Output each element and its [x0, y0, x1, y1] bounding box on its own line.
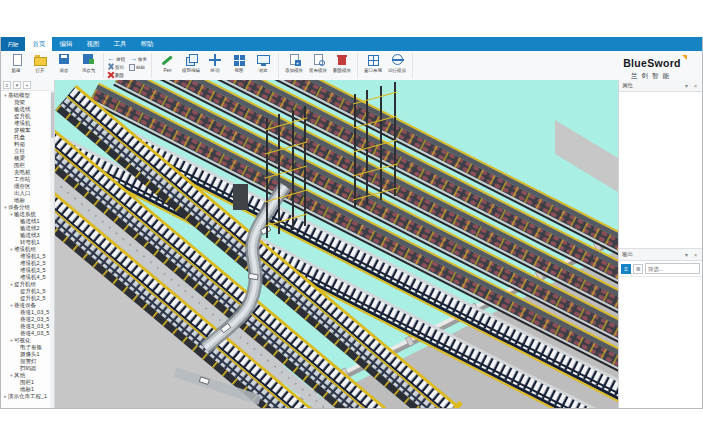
tree-item[interactable]: 堆垛机3_5 — [1, 267, 54, 274]
tree-item[interactable]: 提升机 — [1, 113, 54, 120]
tree-item[interactable]: ▾巷道设备 — [1, 302, 54, 309]
layout-icon — [367, 54, 380, 66]
trash-button[interactable]: 删除模块 — [330, 53, 354, 73]
tree-item[interactable]: 电子看板 — [1, 344, 54, 351]
bluesword-logo: BlueSword 兰剑智能 — [612, 53, 692, 81]
menu-tab-编辑[interactable]: 编辑 — [52, 37, 79, 51]
menu-tab-帮助[interactable]: 帮助 — [133, 37, 160, 51]
tree-item[interactable]: 堆垛机1_5 — [1, 253, 54, 260]
model-edit-icon — [185, 54, 198, 66]
tree-item-label: 托盘 — [14, 134, 25, 141]
tree-item[interactable]: 提升机1_5 — [1, 288, 54, 295]
tree-item[interactable]: 输送线1 — [1, 218, 54, 225]
menu-tab-首页[interactable]: 首页 — [25, 37, 52, 51]
button-label: 运行模拟 — [388, 67, 406, 72]
publish-module-button[interactable]: 发布模块 — [306, 53, 330, 73]
panel-dropdown-icon[interactable]: ▾ — [683, 251, 690, 258]
button-label: 删除模块 — [333, 67, 351, 72]
tree-item[interactable]: ▾基础模型 — [1, 92, 54, 99]
button-label: Pen — [163, 67, 171, 72]
tree-item[interactable]: 立柱 — [1, 148, 54, 155]
tree-item[interactable]: 提升机2_5 — [1, 295, 54, 302]
panel-close-icon[interactable]: × — [692, 83, 699, 89]
tree-item[interactable]: 扫码器 — [1, 365, 54, 372]
tree-item[interactable]: 围栏 — [1, 162, 54, 169]
tree-item[interactable]: 工作站 — [1, 176, 54, 183]
tree-item[interactable]: 巷道4_03_5 — [1, 330, 54, 337]
view-grid-button[interactable]: 视图 — [227, 53, 251, 73]
output-filter-input[interactable] — [645, 263, 700, 274]
tree-item[interactable]: 巷道3_03_5 — [1, 323, 54, 330]
paste-button[interactable]: 粘贴 — [128, 63, 146, 70]
redo-button[interactable]: →恢复 — [129, 55, 148, 62]
tree-item[interactable]: 托盘 — [1, 134, 54, 141]
tree-item[interactable]: 地标1 — [1, 386, 54, 393]
menu-tab-File[interactable]: File — [1, 37, 25, 51]
model-edit-button[interactable]: 模型编辑 — [179, 53, 203, 73]
tree-item[interactable]: 堆垛机 — [1, 120, 54, 127]
tree-item[interactable]: 巷道1_03_5 — [1, 309, 54, 316]
tree-item[interactable]: 货架 — [1, 99, 54, 106]
menu-tab-工具[interactable]: 工具 — [106, 37, 133, 51]
tree-item[interactable]: 转弯机1 — [1, 239, 54, 246]
tree-item-label: 输送线3 — [20, 232, 40, 239]
tree-tool-1[interactable]: ▾ — [13, 81, 21, 89]
tree-scrollbar-thumb[interactable] — [51, 92, 54, 138]
delete-x-button[interactable]: 删除 — [107, 71, 125, 78]
paste-icon — [128, 63, 135, 70]
tree-item[interactable]: 摄像头1 — [1, 351, 54, 358]
tree-item[interactable]: ▾堆垛机组 — [1, 246, 54, 253]
layout-button[interactable]: 窗口布局 — [361, 53, 385, 73]
browse-button[interactable]: 浏览 — [251, 53, 275, 73]
tree-item[interactable]: ▾提升机组 — [1, 281, 54, 288]
tree-item[interactable]: 巷道2_03_5 — [1, 316, 54, 323]
ribbon-group: 新建打开保存另存为 — [1, 51, 103, 80]
tree-item[interactable]: 报警灯 — [1, 358, 54, 365]
cut-button[interactable]: 剪切 — [107, 63, 125, 70]
tree-item-label: 巷道设备 — [14, 302, 36, 309]
tree-item[interactable]: 堆垛机4_5 — [1, 274, 54, 281]
tree-item[interactable]: 围栏1 — [1, 379, 54, 386]
pen-button[interactable]: Pen — [155, 53, 179, 73]
add-module-icon — [288, 54, 301, 66]
button-label: 恢复 — [138, 56, 147, 61]
tree-item[interactable]: 输送线3 — [1, 232, 54, 239]
tree-item[interactable]: 缓存区 — [1, 183, 54, 190]
tree-item[interactable]: 出入口 — [1, 190, 54, 197]
panel-dropdown-icon[interactable]: ▾ — [683, 82, 690, 89]
tree-item[interactable]: ▾其他 — [1, 372, 54, 379]
menu-tab-视图[interactable]: 视图 — [79, 37, 106, 51]
tree-scrollbar[interactable] — [50, 90, 54, 408]
output-primary-button[interactable]: ≡ — [621, 264, 631, 274]
tree-item[interactable]: ▾设备分组 — [1, 204, 54, 211]
new-doc-button[interactable]: 新建 — [4, 53, 28, 73]
tree-item[interactable]: 输送线2 — [1, 225, 54, 232]
save-as-button[interactable]: 另存为 — [76, 53, 100, 73]
button-label: 新建 — [12, 67, 21, 72]
tree-tool-2[interactable]: + — [23, 81, 31, 89]
tree-item[interactable]: 输送线 — [1, 106, 54, 113]
tree-item[interactable]: 充电桩 — [1, 169, 54, 176]
move-button[interactable]: 移动 — [203, 53, 227, 73]
add-module-button[interactable]: 添加模块 — [282, 53, 306, 73]
open-folder-button[interactable]: 打开 — [28, 53, 52, 73]
control-panel-board — [233, 184, 248, 210]
tree-item[interactable]: 地标 — [1, 197, 54, 204]
save-button[interactable]: 保存 — [52, 53, 76, 73]
tree-item-label: 输送线 — [14, 106, 31, 113]
tree-item-label: 横梁 — [14, 155, 25, 162]
tree-item[interactable]: 横梁 — [1, 155, 54, 162]
tree-item[interactable]: ▾可视化 — [1, 337, 54, 344]
tree-item[interactable]: 料箱 — [1, 141, 54, 148]
tree-item[interactable]: ▸演示仓库工程_1 — [1, 393, 54, 400]
tree-item-label: 地标 — [14, 197, 25, 204]
undo-button[interactable]: ←撤销 — [107, 55, 126, 62]
panel-close-icon[interactable]: × — [692, 252, 699, 258]
tree-tool-0[interactable]: ≡ — [3, 81, 11, 89]
viewport-3d[interactable] — [55, 80, 618, 408]
output-list-button[interactable]: ≣ — [633, 264, 643, 274]
tree-item[interactable]: 穿梭车 — [1, 127, 54, 134]
tree-item[interactable]: ▾输送系统 — [1, 211, 54, 218]
globe-button[interactable]: 运行模拟 — [385, 53, 409, 73]
tree-item[interactable]: 堆垛机2_5 — [1, 260, 54, 267]
